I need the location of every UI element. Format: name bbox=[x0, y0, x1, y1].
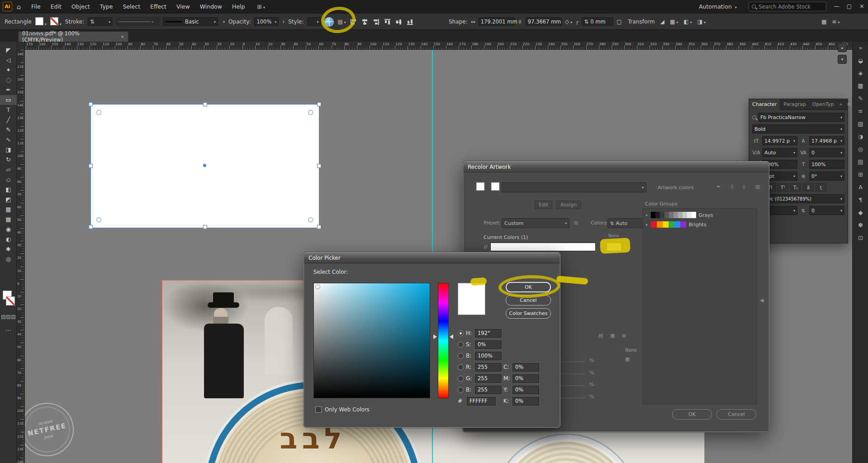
opacity-more-button[interactable]: › bbox=[282, 19, 285, 25]
expand-icon[interactable]: ▸ bbox=[646, 213, 648, 217]
magenta-input[interactable]: 0% bbox=[512, 374, 539, 383]
menu-object[interactable]: Object bbox=[66, 0, 95, 13]
menu-window[interactable]: Window bbox=[195, 0, 227, 13]
tracking-field[interactable]: 0▾ bbox=[809, 148, 844, 157]
panel-options-button[interactable]: ≡▾ bbox=[832, 19, 840, 25]
font-family-dropdown[interactable]: Fb PracticaNarrow▾ bbox=[758, 113, 844, 122]
active-colors-swatch[interactable] bbox=[491, 182, 499, 191]
graphic-style-dropdown[interactable]: ▾ bbox=[307, 17, 321, 26]
info-panel-icon[interactable]: ⊡ bbox=[853, 232, 868, 244]
cyan-input[interactable]: 0% bbox=[512, 363, 539, 372]
line-segment-tool[interactable]: ╱ bbox=[0, 115, 17, 125]
minimize-button[interactable]: — bbox=[830, 0, 843, 13]
selected-rectangle[interactable] bbox=[90, 104, 319, 228]
align-horizontal-center-icon[interactable] bbox=[361, 18, 369, 26]
black-input[interactable]: 0% bbox=[512, 397, 539, 406]
draw-behind-button[interactable] bbox=[6, 315, 10, 319]
width-tool[interactable]: ◇ bbox=[0, 175, 17, 185]
free-transform-tool[interactable]: ◧ bbox=[0, 185, 17, 195]
maximize-button[interactable]: ▢ bbox=[843, 0, 855, 13]
stock-search-field[interactable]: Search Adobe Stock bbox=[749, 2, 826, 11]
hue-slider[interactable] bbox=[438, 283, 449, 398]
red-radio[interactable] bbox=[458, 364, 464, 370]
save-group-icon[interactable]: ⇩ bbox=[730, 184, 734, 190]
color-field-marker[interactable] bbox=[315, 284, 320, 289]
hue-radio[interactable] bbox=[458, 330, 464, 336]
corner-radius-field[interactable]: ⇅0 mm bbox=[582, 17, 613, 26]
menu-select[interactable]: Select bbox=[118, 0, 145, 13]
gradient-tool[interactable]: ▦ bbox=[0, 205, 17, 215]
tab-paragraph[interactable]: Paragrap bbox=[780, 99, 809, 110]
blend-tool[interactable]: ◐ bbox=[0, 234, 17, 244]
center-point[interactable] bbox=[203, 164, 206, 167]
recolor-cancel-button[interactable]: Cancel bbox=[716, 409, 756, 420]
menu-edit[interactable]: Edit bbox=[46, 0, 66, 13]
character-style-button-3[interactable]: T₁ bbox=[790, 183, 801, 191]
scroll-down-button[interactable]: ▾ bbox=[838, 55, 847, 64]
recolor-dialog-titlebar[interactable]: Recolor Artwork bbox=[463, 162, 769, 172]
glyphs-panel-icon[interactable]: ◆ bbox=[853, 206, 868, 219]
menu-file[interactable]: File bbox=[26, 0, 46, 13]
brightness-radio[interactable] bbox=[458, 353, 464, 359]
corner-widget[interactable] bbox=[308, 110, 313, 115]
home-icon[interactable]: ⌂ bbox=[17, 3, 21, 10]
selection-handle[interactable] bbox=[203, 225, 207, 229]
edit-toolbar-button[interactable]: ⋯ bbox=[0, 327, 17, 334]
symbols-panel-icon[interactable]: ✽ bbox=[853, 219, 868, 232]
hex-input[interactable]: FFFFFF bbox=[467, 397, 496, 406]
font-style-dropdown[interactable]: Bold▾ bbox=[752, 124, 844, 134]
align-top-icon[interactable] bbox=[384, 18, 391, 26]
picker-cancel-button[interactable]: Cancel bbox=[506, 295, 551, 305]
current-color-bar[interactable] bbox=[490, 243, 596, 251]
color-group-brights[interactable]: ▸ Brights bbox=[646, 221, 754, 228]
pen-tool[interactable]: ✒ bbox=[0, 85, 17, 95]
tab-assign[interactable]: Assign bbox=[556, 200, 581, 209]
menu-help[interactable]: Help bbox=[227, 0, 250, 13]
hand-tool[interactable]: ✱ bbox=[0, 244, 17, 254]
scale-tool[interactable]: ▱ bbox=[0, 165, 17, 175]
document-tab[interactable]: פתיחה01.pdf* @ 100% (CMYK/Preview) ✕ bbox=[18, 31, 128, 42]
shape-builder-tool[interactable]: ◩ bbox=[0, 195, 17, 205]
isolate-selection-button[interactable]: ▦▾ bbox=[670, 19, 678, 25]
shape-height-field[interactable]: 97.3667 mm bbox=[526, 17, 562, 26]
stroke-color-swatch[interactable]: ▾ bbox=[50, 17, 62, 27]
menu-effect[interactable]: Effect bbox=[145, 0, 171, 13]
yellow-input[interactable]: 0% bbox=[512, 386, 539, 394]
picker-dialog-titlebar[interactable]: Color Picker bbox=[304, 253, 560, 263]
swap-colors-icon[interactable]: ⇄ bbox=[484, 244, 488, 250]
hue-slider-right-arrow[interactable] bbox=[450, 334, 453, 339]
ruler-vertical[interactable]: 1801701601501401301201101009080706050403… bbox=[17, 50, 25, 463]
view-compact-icon[interactable]: ⊞ bbox=[622, 333, 626, 339]
blue-input[interactable]: 255 bbox=[475, 386, 502, 394]
rotate-tool[interactable]: ↻ bbox=[0, 155, 17, 165]
corner-widget[interactable] bbox=[308, 217, 313, 222]
align-bottom-icon[interactable] bbox=[406, 18, 414, 26]
red-input[interactable]: 255 bbox=[475, 363, 502, 372]
select-similar-button[interactable]: ◧▾ bbox=[683, 19, 692, 25]
globe-icon[interactable] bbox=[324, 17, 334, 27]
character-rotation-field[interactable]: 0°▾ bbox=[809, 172, 844, 181]
expand-icon[interactable]: ▸ bbox=[646, 222, 648, 227]
transform-label[interactable]: Transform bbox=[628, 19, 655, 25]
kerning-field[interactable]: Auto▾ bbox=[762, 148, 797, 157]
new-group-icon[interactable]: ▯ bbox=[743, 184, 745, 190]
type-tool[interactable]: T bbox=[0, 105, 17, 115]
blue-radio[interactable] bbox=[458, 387, 464, 393]
hue-input[interactable]: 192° bbox=[475, 329, 502, 338]
selection-handle[interactable] bbox=[89, 164, 93, 168]
only-web-colors-checkbox[interactable] bbox=[315, 406, 322, 413]
recolor-ok-button[interactable]: OK bbox=[672, 409, 712, 420]
color-field[interactable] bbox=[313, 283, 430, 398]
arrange-documents-icon[interactable]: ⊞▾ bbox=[257, 3, 265, 10]
align-right-icon[interactable] bbox=[372, 18, 380, 26]
view-grid-icon[interactable]: ▦ bbox=[610, 333, 615, 339]
shear-icon[interactable]: ◢ bbox=[660, 19, 664, 25]
menu-type[interactable]: Type bbox=[95, 0, 118, 13]
align-vertical-center-icon[interactable] bbox=[395, 18, 403, 26]
stroke-panel-icon[interactable]: ≡ bbox=[853, 105, 868, 118]
character-style-button-4[interactable]: ā bbox=[803, 183, 814, 191]
brushes-panel-icon[interactable]: ✎ bbox=[853, 92, 868, 105]
font-size-field[interactable]: 14.9972 p▾ bbox=[762, 136, 797, 145]
eyedropper-icon[interactable]: ✒ bbox=[716, 184, 721, 190]
corner-widget[interactable] bbox=[96, 110, 101, 115]
